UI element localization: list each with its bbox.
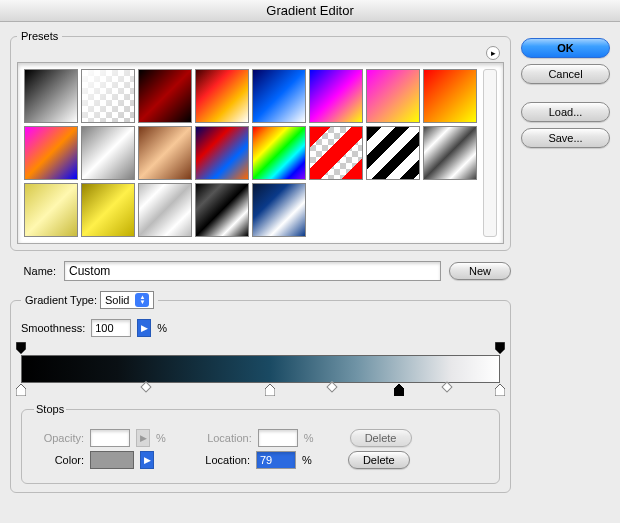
- preset-swatch[interactable]: [24, 69, 78, 123]
- midpoint-handle[interactable]: [327, 381, 338, 392]
- opacity-input[interactable]: [90, 429, 130, 447]
- midpoint-handle[interactable]: [140, 381, 151, 392]
- opacity-stop[interactable]: [495, 342, 505, 354]
- preset-swatch[interactable]: [423, 126, 477, 180]
- smoothness-input[interactable]: [91, 319, 131, 337]
- cancel-button[interactable]: Cancel: [521, 64, 610, 84]
- stops-legend: Stops: [34, 403, 66, 415]
- color-swatch[interactable]: [90, 451, 134, 469]
- smoothness-stepper[interactable]: ▶: [137, 319, 151, 337]
- preset-swatch[interactable]: [309, 126, 363, 180]
- opacity-stepper: ▶: [136, 429, 150, 447]
- gradient-bar[interactable]: [21, 355, 500, 383]
- preset-swatch[interactable]: [252, 69, 306, 123]
- stops-group: Stops Opacity: ▶ % Location: % Delete Co…: [21, 403, 500, 484]
- preset-swatch[interactable]: [366, 126, 420, 180]
- opacity-stop[interactable]: [16, 342, 26, 354]
- preset-swatch[interactable]: [24, 126, 78, 180]
- preset-swatch[interactable]: [81, 183, 135, 237]
- color-delete-button[interactable]: Delete: [348, 451, 410, 469]
- color-label: Color:: [34, 454, 84, 466]
- color-location-unit: %: [302, 454, 312, 466]
- presets-menu-icon[interactable]: ▸: [486, 46, 500, 60]
- preset-swatch[interactable]: [24, 183, 78, 237]
- load-button[interactable]: Load...: [521, 102, 610, 122]
- preset-swatch[interactable]: [138, 183, 192, 237]
- preset-swatch[interactable]: [138, 126, 192, 180]
- opacity-label: Opacity:: [34, 432, 84, 444]
- opacity-location-unit: %: [304, 432, 314, 444]
- preset-swatch[interactable]: [138, 69, 192, 123]
- preset-swatch[interactable]: [366, 69, 420, 123]
- ok-button[interactable]: OK: [521, 38, 610, 58]
- gradient-bar-area: [21, 355, 500, 383]
- color-location-label: Location:: [196, 454, 250, 466]
- preset-swatch[interactable]: [195, 69, 249, 123]
- opacity-location-input[interactable]: [258, 429, 298, 447]
- opacity-delete-button: Delete: [350, 429, 412, 447]
- preset-swatch[interactable]: [81, 69, 135, 123]
- name-label: Name:: [10, 265, 56, 277]
- save-button[interactable]: Save...: [521, 128, 610, 148]
- preset-swatch[interactable]: [195, 183, 249, 237]
- opacity-unit: %: [156, 432, 166, 444]
- smoothness-label: Smoothness:: [21, 322, 85, 334]
- preset-swatch[interactable]: [423, 69, 477, 123]
- color-stop[interactable]: [495, 384, 505, 396]
- gradient-type-label: Gradient Type:: [25, 294, 97, 306]
- presets-scrollbar[interactable]: [483, 69, 497, 237]
- gradient-type-select[interactable]: Solid ▲▼: [100, 291, 154, 309]
- preset-swatch[interactable]: [309, 69, 363, 123]
- smoothness-unit: %: [157, 322, 167, 334]
- gradient-type-row: Gradient Type: Solid ▲▼: [21, 291, 158, 309]
- color-stepper[interactable]: ▶: [140, 451, 154, 469]
- window-title: Gradient Editor: [0, 0, 620, 22]
- presets-legend: Presets: [17, 30, 62, 42]
- preset-swatch[interactable]: [195, 126, 249, 180]
- presets-grid: [24, 69, 477, 237]
- name-input[interactable]: [64, 261, 441, 281]
- preset-swatch[interactable]: [81, 126, 135, 180]
- color-stop[interactable]: [265, 384, 275, 396]
- gradient-type-value: Solid: [105, 294, 129, 306]
- new-button[interactable]: New: [449, 262, 511, 280]
- presets-box: [17, 62, 504, 244]
- gradient-group: Gradient Type: Solid ▲▼ Smoothness: ▶ %: [10, 291, 511, 493]
- color-stop-selected[interactable]: [394, 384, 404, 396]
- presets-group: Presets ▸: [10, 30, 511, 251]
- color-location-input[interactable]: [256, 451, 296, 469]
- select-arrows-icon: ▲▼: [135, 293, 149, 307]
- opacity-location-label: Location:: [202, 432, 252, 444]
- preset-swatch[interactable]: [252, 183, 306, 237]
- preset-swatch[interactable]: [252, 126, 306, 180]
- color-stop[interactable]: [16, 384, 26, 396]
- midpoint-handle[interactable]: [442, 381, 453, 392]
